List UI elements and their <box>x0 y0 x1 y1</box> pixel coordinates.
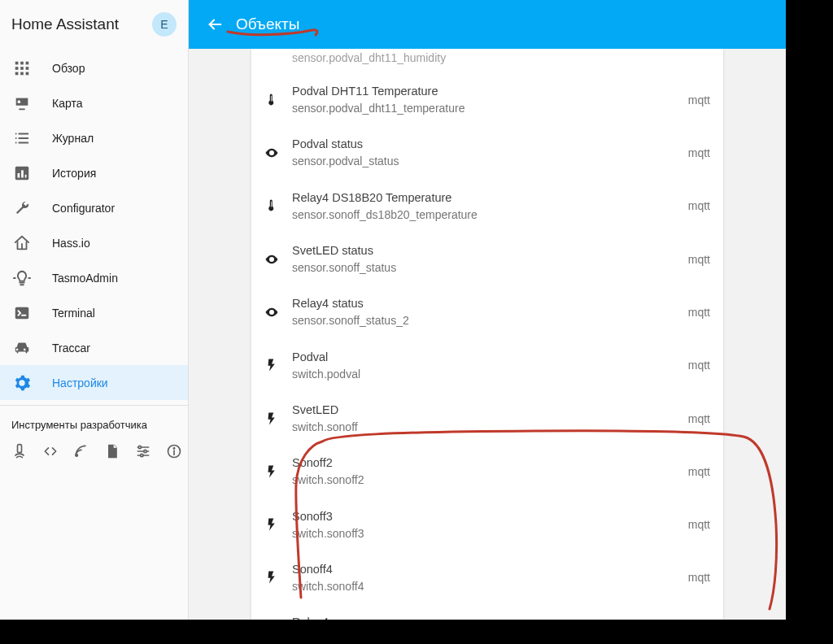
sidebar-item-logbook[interactable]: Журнал <box>0 120 188 155</box>
entity-row[interactable]: Sonoff4 switch.sonoff4 mqtt <box>251 551 723 604</box>
svg-rect-18 <box>21 170 24 177</box>
sidebar-item-label: Журнал <box>52 132 94 145</box>
entity-row[interactable]: Podval switch.podval mqtt <box>251 339 723 392</box>
entity-text: SvetLED switch.sonoff <box>292 402 680 435</box>
sidebar-item-label: Карта <box>52 97 82 110</box>
devtool-services[interactable] <box>135 442 151 460</box>
image-right-margin <box>786 0 833 644</box>
svg-rect-6 <box>15 72 19 75</box>
entity-row[interactable]: sensor.podval_dht11_humidity <box>251 49 723 73</box>
info-icon <box>166 443 182 459</box>
entity-row[interactable]: Sonoff2 switch.sonoff2 mqtt <box>251 445 723 498</box>
gear-icon <box>11 372 33 394</box>
avatar[interactable]: E <box>152 12 177 37</box>
content-area: sensor.podval_dht11_humidity Podval DHT1… <box>189 49 786 620</box>
sidebar-item-terminal[interactable]: Terminal <box>0 295 188 330</box>
image-bottom-margin <box>0 620 833 644</box>
thermo-icon <box>264 91 292 109</box>
sidebar-item-hassio[interactable]: Hass.io <box>0 225 188 260</box>
flash-icon <box>264 516 292 533</box>
sidebar-item-tasmoadmin[interactable]: TasmoAdmin <box>0 260 188 295</box>
services-icon <box>135 443 151 459</box>
back-button[interactable] <box>198 8 231 41</box>
svg-rect-24 <box>18 445 22 453</box>
sidebar-item-label: Hass.io <box>52 237 90 250</box>
sidebar-item-overview[interactable]: Обзор <box>0 50 188 85</box>
entity-text: sensor.podval_dht11_humidity <box>292 50 702 66</box>
devtool-code[interactable] <box>42 442 59 460</box>
svg-rect-7 <box>20 72 24 75</box>
thermo-icon <box>264 197 292 215</box>
avatar-initial: E <box>160 18 168 31</box>
svg-rect-4 <box>20 67 24 70</box>
grid-icon <box>11 58 33 79</box>
entity-row[interactable]: Sonoff3 switch.sonoff3 mqtt <box>251 498 723 551</box>
entity-name: Podval DHT11 Temperature <box>292 83 680 100</box>
flash-icon <box>264 463 292 481</box>
flash-icon <box>264 356 292 374</box>
remote-icon <box>11 443 28 459</box>
svg-rect-2 <box>26 61 29 64</box>
entity-name: Podval <box>292 349 680 366</box>
entity-row[interactable]: SvetLED switch.sonoff mqtt <box>251 392 723 445</box>
svg-point-9 <box>18 100 21 103</box>
sidebar-item-settings[interactable]: Настройки <box>0 365 188 400</box>
devtool-template[interactable] <box>104 442 120 460</box>
page-title: Объекты <box>236 15 299 33</box>
entity-id: sensor.podval_status <box>292 153 680 169</box>
entity-row[interactable]: Podval DHT11 Temperature sensor.podval_d… <box>251 73 723 126</box>
entity-text: Sonoff3 switch.sonoff3 <box>292 508 680 542</box>
sidebar-item-label: Terminal <box>52 307 95 320</box>
sidebar-item-traccar[interactable]: Traccar <box>0 330 188 365</box>
entity-row[interactable]: SvetLED status sensor.sonoff_status mqtt <box>251 233 723 285</box>
svg-rect-1 <box>20 61 24 64</box>
entity-text: Relay4 status sensor.sonoff_status_2 <box>292 295 680 329</box>
entity-platform: mqtt <box>680 306 710 319</box>
sidebar-item-map[interactable]: Карта <box>0 85 188 120</box>
entity-name: SvetLED <box>292 402 680 419</box>
entity-row[interactable]: Relay4 status sensor.sonoff_status_2 mqt… <box>251 285 723 338</box>
sidebar-item-label: Traccar <box>52 342 90 355</box>
sidebar-item-history[interactable]: История <box>0 155 188 190</box>
devtools-title: Инструменты разработчика <box>0 411 188 436</box>
svg-point-34 <box>173 448 174 449</box>
sidebar-item-configurator[interactable]: Configurator <box>0 190 188 225</box>
entity-text: Podval status sensor.podval_status <box>292 136 680 169</box>
entity-name: Sonoff4 <box>292 561 680 578</box>
mqtt-icon <box>73 443 89 459</box>
devtool-remote[interactable] <box>11 442 28 460</box>
sidebar: Home Assistant E Обзор Карта Журнал Исто… <box>0 0 189 620</box>
entity-card: sensor.podval_dht11_humidity Podval DHT1… <box>251 49 723 620</box>
entity-row[interactable]: Relay4 DS18B20 Temperature sensor.sonoff… <box>251 180 723 233</box>
entity-text: Podval DHT11 Temperature sensor.podval_d… <box>292 83 680 116</box>
eye-icon <box>264 250 292 268</box>
entity-row[interactable]: Podval status sensor.podval_status mqtt <box>251 126 723 179</box>
entity-platform: mqtt <box>680 199 710 212</box>
entity-id: sensor.sonoff_status <box>292 259 680 276</box>
chart-icon <box>11 163 33 184</box>
code-icon <box>42 443 59 459</box>
devtool-mqtt[interactable] <box>73 442 89 460</box>
entity-row[interactable]: Relay4 switch.sonoff_2 mqtt <box>251 604 723 620</box>
sidebar-item-label: Настройки <box>52 376 108 389</box>
entity-list: sensor.podval_dht11_humidity Podval DHT1… <box>251 49 723 620</box>
svg-rect-3 <box>15 67 19 70</box>
template-icon <box>104 443 120 459</box>
svg-point-37 <box>270 208 273 211</box>
app-frame: Home Assistant E Обзор Карта Журнал Исто… <box>0 0 786 620</box>
bulb-icon <box>11 268 33 289</box>
entity-id: switch.sonoff4 <box>292 578 680 594</box>
entity-name: Relay4 DS18B20 Temperature <box>292 189 680 207</box>
svg-point-31 <box>141 454 143 456</box>
svg-rect-0 <box>15 61 19 64</box>
entity-platform: mqtt <box>680 412 710 425</box>
entity-platform: mqtt <box>680 359 710 372</box>
entity-platform: mqtt <box>680 146 710 159</box>
list-icon <box>11 128 33 149</box>
entity-text: Sonoff4 switch.sonoff4 <box>292 561 680 594</box>
entity-name: Sonoff3 <box>292 508 680 525</box>
car-icon <box>11 337 33 359</box>
arrow-left-icon <box>206 15 224 33</box>
ha-icon <box>11 233 33 254</box>
devtool-info[interactable] <box>166 442 182 460</box>
